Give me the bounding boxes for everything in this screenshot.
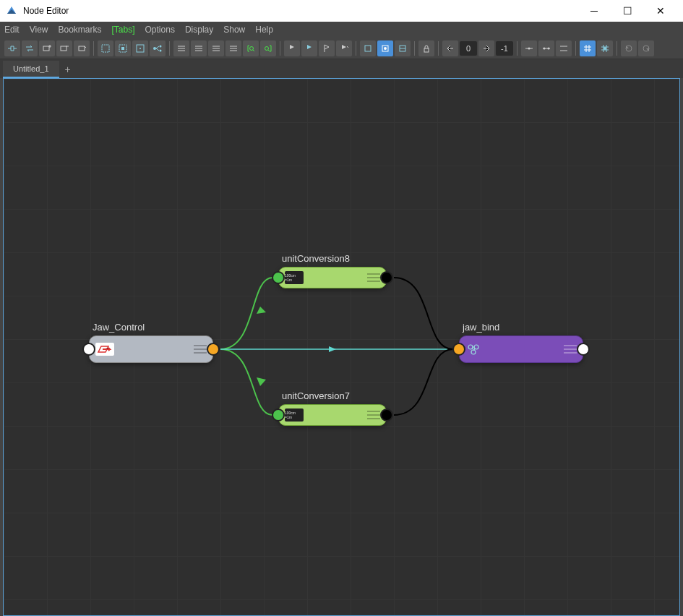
tool-expand-icon[interactable] bbox=[478, 40, 494, 56]
svg-point-15 bbox=[384, 47, 387, 50]
tab-bar: Untitled_1 + bbox=[0, 59, 683, 78]
tool-select-inner-icon[interactable] bbox=[115, 40, 131, 56]
svg-point-19 bbox=[544, 47, 546, 49]
node-canvas[interactable]: Jaw_Control unitConversion8 100cm =1m un… bbox=[3, 78, 680, 616]
minimize-button[interactable]: ─ bbox=[577, 0, 611, 22]
menu-edit[interactable]: Edit bbox=[4, 25, 20, 35]
tool-hierarchy-icon[interactable] bbox=[150, 40, 166, 56]
node-handle-icon bbox=[367, 411, 380, 419]
tool-refresh-icon[interactable] bbox=[621, 40, 637, 56]
unit-conversion-icon: 100cm =1m bbox=[285, 408, 304, 422]
tool-separator bbox=[517, 41, 517, 56]
svg-rect-5 bbox=[121, 47, 124, 50]
tool-swap-icon[interactable] bbox=[22, 40, 38, 56]
tool-grid-icon[interactable] bbox=[580, 40, 596, 56]
menu-help[interactable]: Help bbox=[255, 25, 273, 35]
tool-connect2-icon[interactable] bbox=[538, 40, 554, 56]
tool-mode1-icon[interactable] bbox=[360, 40, 376, 56]
input-port[interactable] bbox=[272, 408, 285, 422]
menu-show[interactable]: Show bbox=[223, 25, 245, 35]
tool-zoom-bracket-icon[interactable] bbox=[243, 40, 259, 56]
tool-depth-zero: 0 bbox=[460, 41, 477, 56]
tool-connect3-icon[interactable] bbox=[556, 40, 572, 56]
svg-point-21 bbox=[603, 47, 606, 50]
svg-point-20 bbox=[548, 47, 550, 49]
tool-graph-icon[interactable] bbox=[74, 40, 90, 56]
tool-flag3-icon[interactable] bbox=[319, 40, 335, 56]
svg-marker-23 bbox=[257, 377, 266, 386]
menu-bookmarks[interactable]: Bookmarks bbox=[58, 25, 101, 35]
node-label: unitConversion7 bbox=[282, 390, 350, 401]
tool-collapse-icon[interactable] bbox=[442, 40, 458, 56]
svg-rect-3 bbox=[102, 45, 109, 52]
tool-mode2-icon[interactable] bbox=[377, 40, 393, 56]
tool-separator bbox=[280, 41, 280, 56]
tool-flag2-icon[interactable] bbox=[301, 40, 317, 56]
unit-conversion-icon: 100cm =1m bbox=[285, 271, 304, 284]
tool-separator bbox=[575, 41, 576, 56]
node-unit-conversion-8[interactable]: unitConversion8 100cm =1m bbox=[278, 267, 387, 288]
tool-zoom-bracket2-icon[interactable] bbox=[260, 40, 276, 56]
tool-refresh2-icon[interactable] bbox=[638, 40, 654, 56]
tool-select-all-icon[interactable] bbox=[98, 40, 113, 56]
menu-options[interactable]: Options bbox=[145, 25, 175, 35]
node-label: unitConversion8 bbox=[282, 253, 350, 264]
node-unit-conversion-7[interactable]: unitConversion7 100cm =1m bbox=[278, 404, 387, 426]
node-jaw-bind[interactable]: jaw_bind bbox=[459, 335, 583, 363]
node-handle-icon bbox=[194, 345, 207, 354]
close-button[interactable]: ✕ bbox=[644, 0, 677, 22]
node-handle-icon bbox=[367, 273, 380, 282]
menu-view[interactable]: View bbox=[30, 25, 48, 35]
tool-add-node-icon[interactable] bbox=[39, 40, 55, 56]
tool-separator bbox=[169, 41, 170, 56]
input-port[interactable] bbox=[272, 271, 285, 284]
output-port[interactable] bbox=[380, 271, 393, 284]
tool-layout1-icon[interactable] bbox=[173, 40, 189, 56]
tool-remove-node-icon[interactable] bbox=[56, 40, 72, 56]
tool-connect1-icon[interactable] bbox=[521, 40, 537, 56]
tool-separator bbox=[438, 41, 439, 56]
tool-snap-icon[interactable] bbox=[597, 40, 613, 56]
tool-input-output-icon[interactable] bbox=[4, 40, 20, 56]
tool-separator bbox=[93, 41, 94, 56]
tool-layout3-icon[interactable] bbox=[208, 40, 224, 56]
svg-point-11 bbox=[250, 46, 254, 50]
tool-mode3-icon[interactable] bbox=[395, 40, 411, 56]
tool-layout4-icon[interactable] bbox=[225, 40, 241, 56]
svg-point-27 bbox=[471, 350, 476, 354]
input-port[interactable] bbox=[452, 343, 465, 356]
tool-flag1-icon[interactable] bbox=[284, 40, 300, 56]
node-jaw-control[interactable]: Jaw_Control bbox=[89, 335, 213, 363]
tool-layout2-icon[interactable] bbox=[191, 40, 207, 56]
tool-depth-neg1: -1 bbox=[496, 41, 513, 56]
node-handle-icon bbox=[564, 345, 577, 354]
tool-separator bbox=[414, 41, 415, 56]
app-body: Edit View Bookmarks [Tabs] Options Displ… bbox=[0, 22, 683, 616]
node-label: Jaw_Control bbox=[93, 322, 145, 333]
svg-point-18 bbox=[528, 47, 530, 49]
tab-untitled1[interactable]: Untitled_1 bbox=[3, 61, 59, 78]
svg-point-10 bbox=[160, 49, 162, 51]
svg-rect-17 bbox=[424, 48, 429, 52]
tool-frame-icon[interactable] bbox=[132, 40, 148, 56]
menu-tabs[interactable]: [Tabs] bbox=[112, 25, 135, 35]
app-icon bbox=[6, 5, 17, 17]
menu-display[interactable]: Display bbox=[185, 25, 213, 35]
output-port[interactable] bbox=[207, 343, 220, 356]
node-label: jaw_bind bbox=[463, 322, 499, 333]
tool-lock-icon[interactable] bbox=[418, 40, 434, 56]
tool-separator bbox=[356, 41, 356, 56]
tool-separator bbox=[617, 41, 617, 56]
output-port[interactable] bbox=[577, 343, 590, 356]
window-title: Node Editor bbox=[23, 6, 577, 16]
output-port[interactable] bbox=[380, 408, 393, 422]
joint-icon bbox=[465, 343, 484, 356]
transform-icon bbox=[95, 343, 114, 356]
svg-rect-0 bbox=[43, 46, 49, 51]
titlebar: Node Editor ─ ☐ ✕ bbox=[0, 0, 683, 22]
input-port[interactable] bbox=[82, 343, 95, 356]
tab-add-button[interactable]: + bbox=[59, 61, 77, 78]
maximize-button[interactable]: ☐ bbox=[611, 0, 644, 22]
tool-flag4-icon[interactable] bbox=[336, 40, 352, 56]
svg-rect-1 bbox=[61, 46, 66, 51]
